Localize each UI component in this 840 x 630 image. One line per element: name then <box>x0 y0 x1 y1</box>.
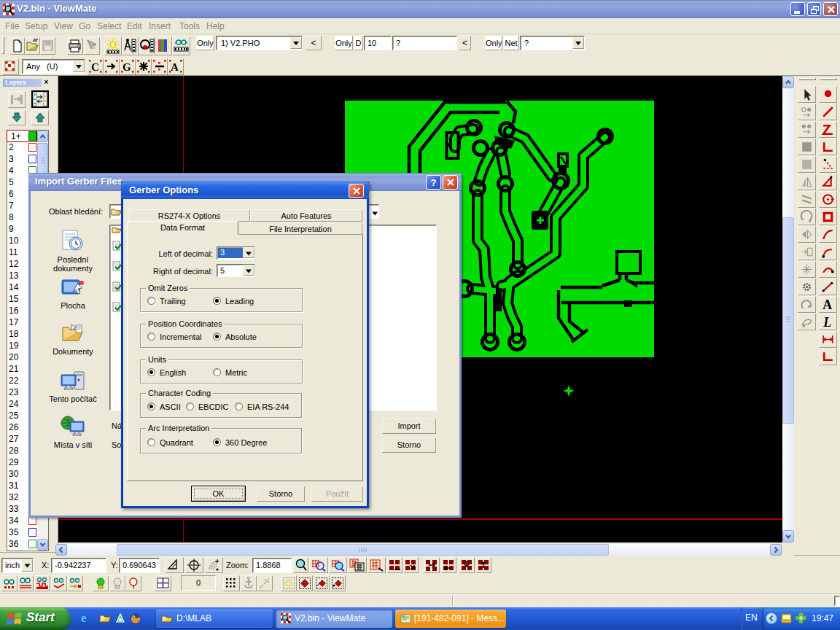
svg-text:A: A <box>822 298 832 312</box>
svg-text:?: ? <box>92 40 97 51</box>
svg-text:C: C <box>91 61 99 73</box>
svg-text:L: L <box>822 315 831 330</box>
svg-text:A: A <box>171 61 179 73</box>
svg-text:G: G <box>122 61 131 73</box>
